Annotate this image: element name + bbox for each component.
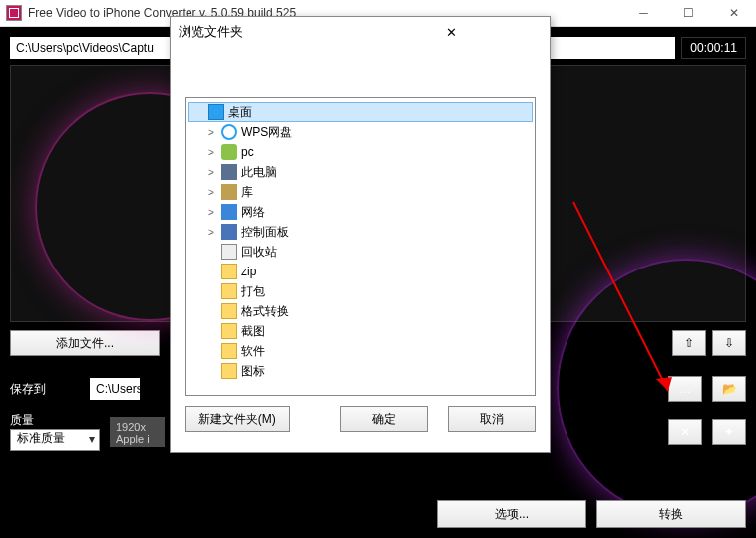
tree-node-label: WPS网盘 (241, 124, 292, 141)
folder-icon (221, 303, 237, 319)
tree-node-label: zip (241, 265, 256, 278)
settings-button[interactable]: ✕ (668, 419, 702, 445)
expander-icon[interactable]: > (205, 227, 217, 238)
ctrl-icon (221, 224, 237, 240)
new-folder-button[interactable]: 新建文件夹(M) (185, 406, 290, 432)
dialog-title: 浏览文件夹 (179, 23, 360, 41)
tree-node-label: 打包 (241, 283, 265, 300)
tree-node-label: 网络 (241, 204, 265, 221)
save-to-field[interactable]: C:\Users (90, 378, 140, 400)
folder-icon (221, 343, 237, 359)
duration-label: 00:00:11 (681, 37, 746, 59)
net-icon (221, 204, 237, 220)
dialog-close-button[interactable]: ✕ (360, 25, 542, 40)
tree-node-label: 图标 (241, 363, 265, 380)
tree-node-label: 控制面板 (241, 224, 289, 241)
tree-node-lib[interactable]: >库 (188, 182, 533, 202)
tree-node-folder[interactable]: 软件 (188, 341, 533, 361)
folder-icon (221, 363, 237, 379)
open-folder-icon: 📂 (722, 382, 737, 396)
tree-node-folder[interactable]: 截图 (188, 321, 533, 341)
arrow-down-icon: ⇩ (724, 336, 734, 350)
tree-node-ctrl[interactable]: >控制面板 (188, 222, 533, 242)
tree-node-label: 软件 (241, 343, 265, 360)
expander-icon[interactable]: > (205, 207, 217, 218)
tree-node-folder[interactable]: zip (188, 262, 533, 281)
options-button[interactable]: 选项... (437, 500, 586, 528)
tree-node-cloud[interactable]: >WPS网盘 (188, 122, 533, 142)
user-icon (221, 144, 237, 160)
tree-node-label: 格式转换 (241, 303, 289, 320)
save-to-label: 保存到 (10, 381, 80, 398)
gear-icon: ✕ (680, 425, 690, 439)
expander-icon[interactable]: > (205, 187, 217, 198)
quality-select[interactable]: 标准质量 (10, 429, 100, 451)
tree-node-recycle[interactable]: 回收站 (188, 242, 533, 262)
browse-button[interactable]: … (668, 376, 702, 402)
move-down-button[interactable]: ⇩ (712, 330, 746, 356)
tree-node-label: pc (241, 145, 254, 159)
arrow-up-icon: ⇧ (684, 336, 694, 350)
tree-node-desktop[interactable]: 桌面 (188, 102, 533, 122)
effects-button[interactable]: ✦ (712, 419, 746, 445)
pc-icon (221, 164, 237, 180)
tree-node-label: 桌面 (228, 104, 252, 121)
tree-node-label: 此电脑 (241, 164, 277, 181)
tree-node-label: 库 (241, 184, 253, 201)
ellipsis-icon: … (679, 382, 691, 396)
add-files-button[interactable]: 添加文件... (10, 330, 160, 356)
expander-icon[interactable]: > (205, 127, 217, 138)
expander-icon[interactable]: > (205, 167, 217, 178)
tree-node-folder[interactable]: 打包 (188, 281, 533, 301)
minimize-button[interactable]: ─ (621, 0, 666, 26)
wand-icon: ✦ (724, 425, 734, 439)
desktop-icon (208, 104, 224, 120)
folder-icon (221, 283, 237, 299)
tree-node-label: 截图 (241, 323, 265, 340)
folder-icon (221, 264, 237, 279)
cloud-icon (221, 124, 237, 140)
tree-node-label: 回收站 (241, 244, 277, 261)
format-info: 1920x Apple i (110, 417, 165, 447)
tree-node-user[interactable]: >pc (188, 142, 533, 162)
recycle-icon (221, 244, 237, 260)
ok-button[interactable]: 确定 (340, 406, 428, 432)
app-icon (6, 5, 22, 21)
folder-tree[interactable]: 桌面>WPS网盘>pc>此电脑>库>网络>控制面板回收站zip打包格式转换截图软… (185, 97, 536, 396)
expander-icon[interactable]: > (205, 147, 217, 158)
folder-icon (221, 323, 237, 339)
lib-icon (221, 184, 237, 200)
tree-node-folder[interactable]: 格式转换 (188, 301, 533, 321)
quality-label: 质量 (10, 412, 80, 429)
browse-folder-dialog: 浏览文件夹 ✕ 桌面>WPS网盘>pc>此电脑>库>网络>控制面板回收站zip打… (170, 16, 551, 453)
open-folder-button[interactable]: 📂 (712, 376, 746, 402)
tree-node-net[interactable]: >网络 (188, 202, 533, 222)
maximize-button[interactable]: ☐ (666, 0, 711, 26)
close-button[interactable]: ✕ (711, 0, 756, 26)
tree-node-pc[interactable]: >此电脑 (188, 162, 533, 182)
move-up-button[interactable]: ⇧ (672, 330, 706, 356)
convert-button[interactable]: 转换 (596, 500, 746, 528)
cancel-button[interactable]: 取消 (448, 406, 536, 432)
tree-node-folder[interactable]: 图标 (188, 361, 533, 381)
